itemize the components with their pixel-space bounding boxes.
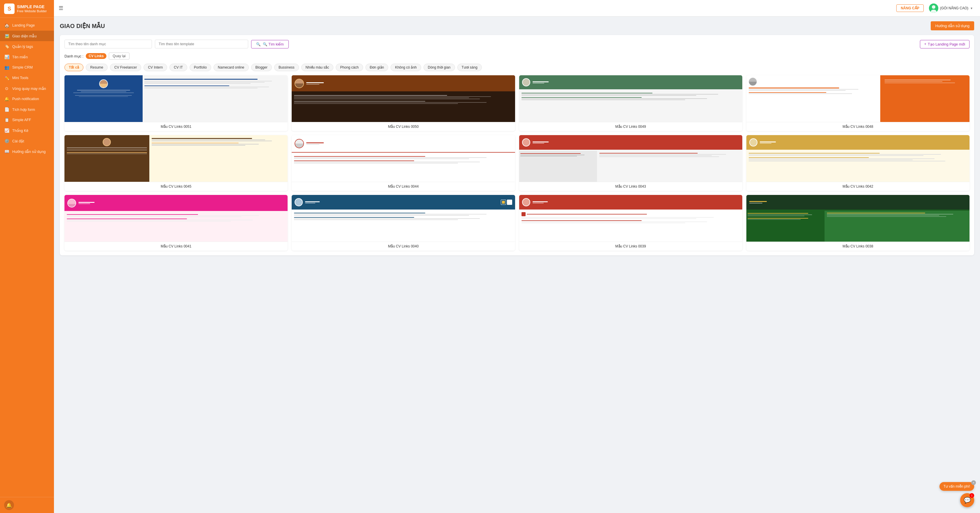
template-card-0050[interactable]: Mẫu CV Links 0050 [292,75,515,131]
chat-close-btn[interactable]: × [971,480,976,485]
chat-icon: 💬 [964,497,971,503]
sidebar-notification-btn[interactable]: 🔔 [4,500,14,510]
sidebar-item-thong-ke[interactable]: 📈 Thống Kê [0,125,54,136]
template-card-0040[interactable]: Mẫu CV Links 0040 [292,195,515,251]
filter-tag-bussiness[interactable]: Bussiness [274,64,299,71]
filter-tag-blogger[interactable]: Blogger [251,64,272,71]
page-title: GIAO DIỆN MẪU [60,22,105,29]
create-landing-page-button[interactable]: + Tạo Landing Page mới [920,40,969,48]
logo: S SIMPLE PAGE Free Website Builder [0,0,54,18]
sidebar-nav: 🏠 Landing Page 🖼️ Giao diện mẫu 🏷️ Quản … [0,18,54,497]
template-thumb-0043 [519,135,742,182]
search-button[interactable]: 🔍 🔍 Tìm kiếm [251,40,289,48]
aff-icon: 📋 [4,118,10,122]
filter-tag-resume[interactable]: Resume [86,64,108,71]
sidebar: S SIMPLE PAGE Free Website Builder 🏠 Lan… [0,0,54,513]
guide-sidebar-icon: 📖 [4,149,10,154]
sidebar-bottom: 🔔 [0,497,54,513]
template-card-0042[interactable]: Mẫu CV Links 0042 [746,135,969,191]
template-name-0039: Mẫu CV Links 0039 [519,242,742,251]
spin-icon: ⊙ [4,86,10,91]
filter-tag-cv-it[interactable]: CV IT [169,64,187,71]
sidebar-item-push-notification[interactable]: 🔔 Push notification [0,94,54,104]
filter-tag-namecard[interactable]: Namecard online [213,64,249,71]
template-thumb-0051 [64,75,288,122]
template-card-0048[interactable]: Mẫu CV Links 0048 [746,75,969,131]
active-category-badge: CV Links [86,53,107,59]
sidebar-item-giao-dien-mau[interactable]: 🖼️ Giao diện mẫu [0,31,54,41]
template-thumb-0042 [746,135,969,182]
sidebar-item-huong-dan[interactable]: 📖 Hướng dẫn sử dụng [0,146,54,157]
template-card-0044[interactable]: Mẫu CV Links 0044 [292,135,515,191]
reset-button[interactable]: Quay lại [109,53,129,59]
guide-button[interactable]: Hướng dẫn sử dụng [931,21,974,30]
template-name-0042: Mẫu CV Links 0042 [746,182,969,191]
page-header: GIAO DIỆN MẪU Hướng dẫn sử dụng [60,21,974,30]
template-card-0038[interactable]: Mẫu CV Links 0038 [746,195,969,251]
search-category-input[interactable] [64,40,152,48]
filter-tag-tat-ca[interactable]: Tất cả [64,64,83,71]
filter-tag-cv-freelancer[interactable]: CV Freelancer [110,64,141,71]
template-name-0041: Mẫu CV Links 0041 [64,242,288,251]
search-row: 🔍 🔍 Tìm kiếm + Tạo Landing Page mới [64,40,969,48]
template-card-0051[interactable]: Mẫu CV Links 0051 [64,75,288,131]
avatar [929,3,938,13]
filter-tag-khong-anh[interactable]: Không có ảnh [391,64,421,71]
category-label: Danh mục : [64,54,83,58]
template-name-0044: Mẫu CV Links 0044 [292,182,515,191]
sidebar-item-mini-tools[interactable]: ✏️ Mini Tools [0,73,54,83]
plus-icon: + [924,42,926,46]
filter-tags: Tất cả Resume CV Freelancer CV Intern CV… [64,64,969,71]
stats-icon: 📈 [4,128,10,133]
template-icon: 🖼️ [4,33,10,38]
chat-badge: 1 [969,493,974,498]
filter-tag-nhieu-mau[interactable]: Nhiều màu sắc [301,64,334,71]
chat-widget: × Tư vấn miễn phí! 💬 1 [960,493,974,507]
search-icon: 🔍 [256,42,261,46]
filter-tag-portfolio[interactable]: Portfolio [189,64,211,71]
filter-panel: 🔍 🔍 Tìm kiếm + Tạo Landing Page mới Danh… [60,35,974,255]
user-name: (GÓI NÂNG CAO) [940,6,968,10]
filter-tag-dong-thoi-gian[interactable]: Dòng thời gian [423,64,455,71]
template-thumb-0041 [64,195,288,242]
logo-icon: S [4,3,14,14]
category-row: Danh mục : CV Links Quay lại [64,53,969,59]
search-template-input[interactable] [155,40,248,48]
template-card-0045[interactable]: Mẫu CV Links 0045 [64,135,288,191]
page-content: GIAO DIỆN MẪU Hướng dẫn sử dụng 🔍 🔍 Tìm … [54,17,980,513]
filter-tag-phong-cach[interactable]: Phong cách [336,64,363,71]
template-grid: Mẫu CV Links 0051 [64,75,969,251]
template-card-0041[interactable]: Mẫu CV Links 0041 [64,195,288,251]
filter-tag-cv-intern[interactable]: CV Intern [143,64,167,71]
template-card-0039[interactable]: Mẫu CV Links 0039 [519,195,742,251]
logo-text: SIMPLE PAGE Free Website Builder [17,5,47,13]
chat-button[interactable]: 💬 1 [960,493,974,507]
upgrade-button[interactable]: NÂNG CẤP [896,5,923,12]
template-thumb-0048 [746,75,969,122]
template-thumb-0045 [64,135,288,182]
template-card-0043[interactable]: Mẫu CV Links 0043 [519,135,742,191]
template-name-0049: Mẫu CV Links 0049 [519,122,742,131]
sidebar-item-cai-dat[interactable]: ⚙️ Cài đặt [0,136,54,146]
sidebar-item-simple-crm[interactable]: 👥 Simple CRM [0,62,54,73]
domain-icon: 📊 [4,54,10,59]
filter-tag-tuoi-sang[interactable]: Tươi sáng [457,64,482,71]
chat-tooltip: × Tư vấn miễn phí! [939,482,974,491]
template-thumb-0049 [519,75,742,122]
user-profile[interactable]: (GÓI NÂNG CAO) ▼ [927,2,975,14]
sidebar-item-quan-ly-tags[interactable]: 🏷️ Quản lý tags [0,41,54,52]
home-icon: 🏠 [4,23,10,28]
filter-tag-don-gian[interactable]: Đơn giản [366,64,388,71]
template-name-0051: Mẫu CV Links 0051 [64,122,288,131]
sidebar-item-simple-aff[interactable]: 📋 Simple AFF [0,115,54,125]
template-name-0048: Mẫu CV Links 0048 [746,122,969,131]
sidebar-item-landing-page[interactable]: 🏠 Landing Page [0,20,54,31]
tools-icon: ✏️ [4,76,10,80]
sidebar-item-tich-hop-form[interactable]: 📄 Tích hợp form [0,104,54,115]
main-area: ☰ NÂNG CẤP (GÓI NÂNG CAO) ▼ GIAO DIỆN MẪ… [54,0,980,513]
sidebar-item-vong-quay[interactable]: ⊙ Vòng quay may mắn [0,83,54,94]
sidebar-item-ten-mien[interactable]: 📊 Tên miền [0,52,54,62]
template-card-0049[interactable]: Mẫu CV Links 0049 [519,75,742,131]
menu-toggle-icon[interactable]: ☰ [59,5,63,11]
template-thumb-0040 [292,195,515,242]
